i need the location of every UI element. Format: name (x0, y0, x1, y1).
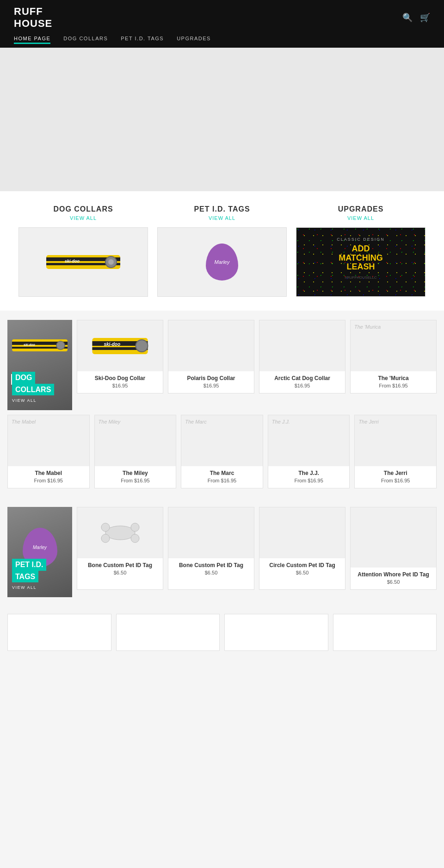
product-bone-tag-2-info: Bone Custom Pet ID Tag $6.50 (168, 558, 254, 580)
upgrades-add-text: ADD MATCHING LEASH (301, 244, 420, 272)
svg-point-21 (131, 523, 139, 531)
product-marc-name: The Marc (184, 470, 260, 476)
product-arctic-cat[interactable]: Arctic Cat Dog Collar $16.95 (259, 320, 345, 393)
footer-card-1 (7, 614, 111, 651)
pet-id-tags-row: Marley PET I.D. TAGS VIEW ALL (7, 507, 437, 597)
product-jj-image: The J.J. (268, 415, 350, 466)
product-marc-image: The Marc (181, 415, 263, 466)
dog-collars-row2-grid: The Mabel The Mabel From $16.95 The Mile… (7, 415, 437, 488)
product-mabel[interactable]: The Mabel The Mabel From $16.95 (7, 415, 90, 488)
product-miley-price: From $16.95 (98, 478, 173, 483)
upgrades-hash-text: #RUFFHOUSELLC (301, 275, 420, 280)
product-circle-tag[interactable]: Circle Custom Pet ID Tag $6.50 (259, 507, 345, 590)
product-jerri-image: The Jerri (355, 415, 436, 466)
product-bone-tag-1[interactable]: Bone Custom Pet ID Tag $6.50 (77, 507, 163, 590)
svg-point-5 (108, 259, 114, 265)
product-miley-info: The Miley From $16.95 (95, 466, 176, 488)
dog-collars-products-grid: ski-doo Ski-Doo Dog Collar $16.95 (77, 320, 437, 393)
product-arctic-cat-price: $16.95 (262, 383, 342, 388)
banner-pet-id-text-overlay: PET I.D. TAGS VIEW ALL (7, 559, 72, 589)
category-upgrades: UPGRADES VIEW ALL CLASSIC DESIGN ADD MAT… (296, 205, 426, 297)
nav-item-home[interactable]: HOME PAGE (14, 36, 50, 44)
category-pet-id-tags: PET I.D. TAGS VIEW ALL Marley (157, 205, 287, 297)
purple-tag-icon: Marley (206, 244, 238, 281)
product-ski-doo-info: Ski-Doo Dog Collar $16.95 (77, 371, 163, 393)
category-pet-id-tags-title: PET I.D. TAGS (157, 205, 287, 213)
product-miley-img-label: The Miley (99, 419, 121, 425)
category-upgrades-view-all[interactable]: VIEW ALL (296, 215, 426, 221)
product-jj[interactable]: The J.J. The J.J. From $16.95 (268, 415, 350, 488)
product-miley[interactable]: The Miley The Miley From $16.95 (94, 415, 177, 488)
product-jerri-info: The Jerri From $16.95 (355, 466, 436, 488)
product-mabel-info: The Mabel From $16.95 (8, 466, 89, 488)
svg-rect-18 (272, 320, 333, 371)
product-attention-whore-tag-price: $6.50 (353, 579, 433, 585)
product-polaris[interactable]: Polaris Dog Collar $16.95 (168, 320, 254, 393)
product-ski-doo-image: ski-doo (77, 320, 163, 371)
product-jerri-name: The Jerri (358, 470, 433, 476)
product-circle-tag-price: $6.50 (262, 570, 342, 575)
product-circle-tag-info: Circle Custom Pet ID Tag $6.50 (259, 558, 345, 580)
header: RUFF HOUSE 🔍 🛒 (0, 0, 444, 36)
product-jerri[interactable]: The Jerri The Jerri From $16.95 (354, 415, 437, 488)
banner-collar-text-overlay: DOG COLLARS VIEW ALL (7, 372, 72, 402)
product-marc-img-label: The Marc (185, 419, 206, 425)
product-jerri-price: From $16.95 (358, 478, 433, 483)
product-miley-image: The Miley (95, 415, 176, 466)
svg-text:ski-doo: ski-doo (24, 343, 36, 346)
collar-banner-bg: ski-doo RUFFHOUSE DOG COLLARS VIEW ALL (7, 320, 72, 410)
product-bone-tag-2-image (168, 507, 254, 558)
nav-item-upgrades[interactable]: UPGRADES (177, 36, 211, 44)
product-murica[interactable]: The 'Murica The 'Murica From $16.95 (350, 320, 437, 393)
product-marc-info: The Marc From $16.95 (181, 466, 263, 488)
svg-point-10 (56, 341, 65, 350)
category-upgrades-image[interactable]: CLASSIC DESIGN ADD MATCHING LEASH #RUFFH… (296, 227, 426, 297)
product-polaris-image (168, 320, 254, 371)
product-polaris-price: $16.95 (171, 383, 251, 388)
product-jerri-img-label: The Jerri (358, 419, 378, 425)
nav-item-dog-collars[interactable]: DOG COLLARS (63, 36, 108, 44)
dog-collars-row: ski-doo RUFFHOUSE DOG COLLARS VIEW ALL (7, 320, 437, 410)
cart-icon[interactable]: 🛒 (420, 12, 430, 23)
banner-pet-id-label1: PET I.D. (12, 559, 46, 570)
product-attention-whore-tag-name: Attention Whore Pet ID Tag (353, 571, 433, 578)
category-pet-id-tags-view-all[interactable]: VIEW ALL (157, 215, 287, 221)
pet-id-tags-products-grid: Bone Custom Pet ID Tag $6.50 Bone Custom… (77, 507, 437, 590)
product-circle-tag-name: Circle Custom Pet ID Tag (262, 562, 342, 568)
dog-collars-section: ski-doo RUFFHOUSE DOG COLLARS VIEW ALL (0, 311, 444, 498)
pet-id-banner-bg: Marley PET I.D. TAGS VIEW ALL (7, 507, 72, 597)
banner-collar-view-all[interactable]: VIEW ALL (12, 398, 68, 403)
categories-grid: DOG COLLARS VIEW ALL ski-doo PET I (18, 205, 426, 297)
pet-id-tags-section: Marley PET I.D. TAGS VIEW ALL (0, 498, 444, 606)
product-bone-tag-1-name: Bone Custom Pet ID Tag (80, 562, 160, 568)
category-upgrades-title: UPGRADES (296, 205, 426, 213)
product-ski-doo-name: Ski-Doo Dog Collar (80, 375, 160, 381)
svg-point-23 (131, 534, 139, 543)
footer-card-2 (116, 614, 220, 651)
banner-pet-id-label2: TAGS (12, 571, 38, 582)
footer-card-3 (224, 614, 328, 651)
search-icon[interactable]: 🔍 (402, 12, 413, 23)
svg-text:ski-doo: ski-doo (65, 259, 80, 263)
banner-pet-id-view-all[interactable]: VIEW ALL (12, 585, 68, 590)
product-marc[interactable]: The Marc The Marc From $16.95 (181, 415, 263, 488)
logo: RUFF HOUSE (14, 6, 52, 30)
product-murica-info: The 'Murica From $16.95 (351, 371, 436, 393)
pet-id-tags-banner[interactable]: Marley PET I.D. TAGS VIEW ALL (7, 507, 72, 597)
svg-text:ski-doo: ski-doo (104, 342, 121, 347)
product-murica-price: From $16.95 (353, 383, 433, 388)
product-bone-tag-2[interactable]: Bone Custom Pet ID Tag $6.50 (168, 507, 254, 590)
product-polaris-info: Polaris Dog Collar $16.95 (168, 371, 254, 393)
upgrades-inner: CLASSIC DESIGN ADD MATCHING LEASH #RUFFH… (296, 228, 425, 289)
product-mabel-image: The Mabel (8, 415, 89, 466)
banner-collar-label1: DOG (12, 372, 35, 383)
category-pet-id-tags-image[interactable]: Marley (157, 227, 287, 297)
category-dog-collars: DOG COLLARS VIEW ALL ski-doo (18, 205, 148, 297)
product-attention-whore-tag[interactable]: Attention Whore Pet ID Tag $6.50 (350, 507, 437, 590)
category-dog-collars-view-all[interactable]: VIEW ALL (18, 215, 148, 221)
product-arctic-cat-info: Arctic Cat Dog Collar $16.95 (259, 371, 345, 393)
nav-item-pet-id-tags[interactable]: PET I.D. TAGS (121, 36, 164, 44)
category-dog-collars-image[interactable]: ski-doo (18, 227, 148, 297)
dog-collars-banner[interactable]: ski-doo RUFFHOUSE DOG COLLARS VIEW ALL (7, 320, 72, 410)
product-ski-doo[interactable]: ski-doo Ski-Doo Dog Collar $16.95 (77, 320, 163, 393)
